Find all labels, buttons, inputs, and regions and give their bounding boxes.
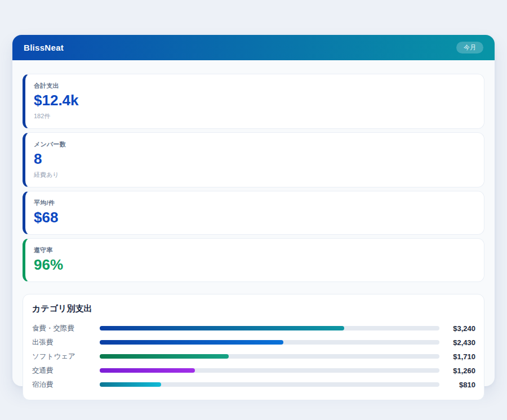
category-row-business-trip: 出張費 $2,430 bbox=[32, 336, 475, 350]
category-row-software: ソフトウェア $1,710 bbox=[32, 350, 475, 364]
stat-card-member-count: メンバー数 8 経費あり bbox=[23, 132, 484, 187]
stat-value: 96% bbox=[34, 257, 475, 274]
stat-card-average-per-item: 平均/件 $68 bbox=[23, 191, 484, 235]
bar-track bbox=[100, 382, 439, 387]
category-label: ソフトウェア bbox=[32, 352, 100, 361]
stat-value: $12.4k bbox=[34, 92, 475, 109]
bar-fill bbox=[100, 326, 344, 330]
stat-sub: 経費あり bbox=[34, 171, 475, 179]
dashboard-content: 合計支出 $12.4k 182件 メンバー数 8 経費あり 平均/件 $68 遵… bbox=[12, 60, 495, 413]
category-value: $1,710 bbox=[439, 352, 475, 361]
bar-track bbox=[100, 340, 439, 345]
stat-value: 8 bbox=[34, 151, 475, 168]
category-value: $3,240 bbox=[439, 324, 475, 333]
bar-track bbox=[100, 354, 439, 359]
category-label: 出張費 bbox=[32, 338, 100, 347]
stat-label: 遵守率 bbox=[34, 246, 475, 254]
category-section-title: カテゴリ別支出 bbox=[32, 303, 475, 314]
bar-track bbox=[100, 326, 439, 330]
bar-fill bbox=[100, 354, 229, 359]
category-value: $810 bbox=[439, 381, 475, 389]
category-label: 食費・交際費 bbox=[32, 324, 100, 333]
app-title: BlissNeat bbox=[24, 43, 64, 52]
stat-label: 平均/件 bbox=[34, 199, 475, 207]
period-badge[interactable]: 今月 bbox=[456, 42, 483, 53]
stat-card-compliance-rate: 遵守率 96% bbox=[23, 238, 484, 282]
category-value: $1,260 bbox=[439, 367, 475, 375]
stat-card-total-spend: 合計支出 $12.4k 182件 bbox=[23, 74, 484, 129]
category-row-lodging: 宿泊費 $810 bbox=[32, 378, 475, 392]
category-row-food: 食費・交際費 $3,240 bbox=[32, 321, 475, 336]
stat-label: メンバー数 bbox=[34, 140, 475, 149]
bar-fill bbox=[100, 340, 283, 345]
bar-fill bbox=[100, 368, 195, 373]
bar-fill bbox=[100, 382, 161, 387]
category-value: $2,430 bbox=[439, 338, 475, 347]
stat-label: 合計支出 bbox=[34, 82, 475, 90]
dashboard-panel: BlissNeat 今月 合計支出 $12.4k 182件 メンバー数 8 経費… bbox=[12, 35, 495, 386]
category-breakdown-card: カテゴリ別支出 食費・交際費 $3,240 出張費 $2,430 ソフトウェア … bbox=[23, 294, 484, 400]
app-header: BlissNeat 今月 bbox=[12, 35, 495, 60]
category-row-transport: 交通費 $1,260 bbox=[32, 364, 475, 378]
bar-track bbox=[100, 368, 439, 373]
stat-value: $68 bbox=[34, 209, 475, 226]
category-label: 交通費 bbox=[32, 366, 100, 376]
category-label: 宿泊費 bbox=[32, 380, 100, 390]
stat-sub: 182件 bbox=[34, 112, 475, 120]
